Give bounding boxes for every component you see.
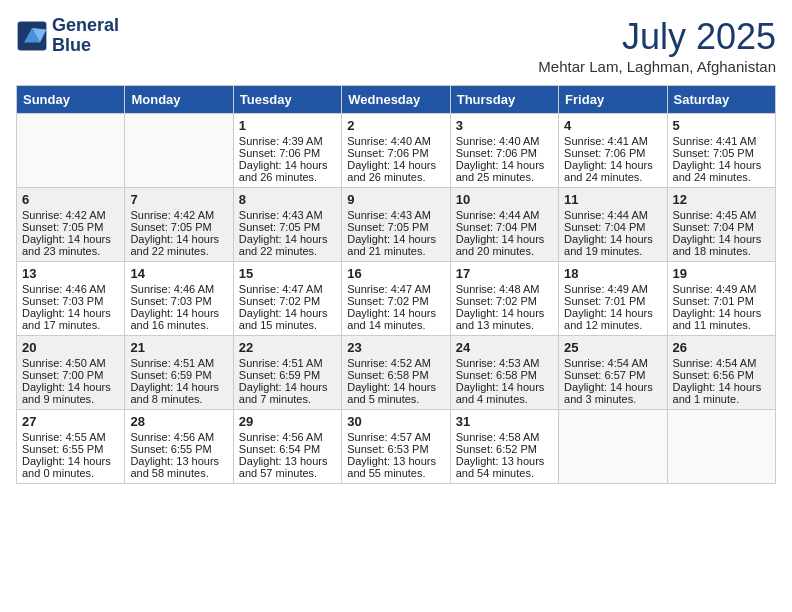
daylight-hours: Daylight: 14 hours and 8 minutes. [130, 381, 227, 405]
sunset-time: Sunset: 7:06 PM [347, 147, 444, 159]
calendar-day-cell: 1Sunrise: 4:39 AMSunset: 7:06 PMDaylight… [233, 114, 341, 188]
calendar-day-cell: 3Sunrise: 4:40 AMSunset: 7:06 PMDaylight… [450, 114, 558, 188]
sunset-time: Sunset: 7:04 PM [456, 221, 553, 233]
title-section: July 2025 Mehtar Lam, Laghman, Afghanist… [538, 16, 776, 75]
sunrise-time: Sunrise: 4:41 AM [564, 135, 661, 147]
sunrise-time: Sunrise: 4:52 AM [347, 357, 444, 369]
daylight-hours: Daylight: 13 hours and 54 minutes. [456, 455, 553, 479]
daylight-hours: Daylight: 14 hours and 22 minutes. [239, 233, 336, 257]
daylight-hours: Daylight: 14 hours and 24 minutes. [564, 159, 661, 183]
location-title: Mehtar Lam, Laghman, Afghanistan [538, 58, 776, 75]
calendar-day-cell: 9Sunrise: 4:43 AMSunset: 7:05 PMDaylight… [342, 188, 450, 262]
calendar-day-cell: 4Sunrise: 4:41 AMSunset: 7:06 PMDaylight… [559, 114, 667, 188]
calendar-day-cell: 20Sunrise: 4:50 AMSunset: 7:00 PMDayligh… [17, 336, 125, 410]
day-number: 15 [239, 266, 336, 281]
daylight-hours: Daylight: 14 hours and 9 minutes. [22, 381, 119, 405]
sunset-time: Sunset: 7:02 PM [239, 295, 336, 307]
day-number: 19 [673, 266, 770, 281]
daylight-hours: Daylight: 13 hours and 57 minutes. [239, 455, 336, 479]
daylight-hours: Daylight: 14 hours and 3 minutes. [564, 381, 661, 405]
logo-line2: Blue [52, 36, 119, 56]
daylight-hours: Daylight: 14 hours and 26 minutes. [239, 159, 336, 183]
daylight-hours: Daylight: 14 hours and 4 minutes. [456, 381, 553, 405]
calendar-day-cell [559, 410, 667, 484]
sunset-time: Sunset: 7:04 PM [564, 221, 661, 233]
sunset-time: Sunset: 7:05 PM [239, 221, 336, 233]
calendar-day-cell: 31Sunrise: 4:58 AMSunset: 6:52 PMDayligh… [450, 410, 558, 484]
sunrise-time: Sunrise: 4:44 AM [456, 209, 553, 221]
sunrise-time: Sunrise: 4:42 AM [22, 209, 119, 221]
sunset-time: Sunset: 7:02 PM [347, 295, 444, 307]
calendar-header-row: SundayMondayTuesdayWednesdayThursdayFrid… [17, 86, 776, 114]
sunrise-time: Sunrise: 4:49 AM [564, 283, 661, 295]
sunrise-time: Sunrise: 4:47 AM [239, 283, 336, 295]
sunrise-time: Sunrise: 4:47 AM [347, 283, 444, 295]
sunrise-time: Sunrise: 4:56 AM [130, 431, 227, 443]
sunset-time: Sunset: 6:58 PM [456, 369, 553, 381]
calendar-day-cell: 12Sunrise: 4:45 AMSunset: 7:04 PMDayligh… [667, 188, 775, 262]
sunrise-time: Sunrise: 4:43 AM [347, 209, 444, 221]
daylight-hours: Daylight: 14 hours and 16 minutes. [130, 307, 227, 331]
logo: General Blue [16, 16, 119, 56]
weekday-header: Sunday [17, 86, 125, 114]
sunset-time: Sunset: 6:56 PM [673, 369, 770, 381]
sunrise-time: Sunrise: 4:55 AM [22, 431, 119, 443]
calendar-day-cell: 18Sunrise: 4:49 AMSunset: 7:01 PMDayligh… [559, 262, 667, 336]
daylight-hours: Daylight: 14 hours and 1 minute. [673, 381, 770, 405]
daylight-hours: Daylight: 14 hours and 20 minutes. [456, 233, 553, 257]
calendar-day-cell: 26Sunrise: 4:54 AMSunset: 6:56 PMDayligh… [667, 336, 775, 410]
day-number: 24 [456, 340, 553, 355]
sunset-time: Sunset: 7:06 PM [564, 147, 661, 159]
sunrise-time: Sunrise: 4:42 AM [130, 209, 227, 221]
calendar-day-cell: 24Sunrise: 4:53 AMSunset: 6:58 PMDayligh… [450, 336, 558, 410]
calendar-day-cell: 17Sunrise: 4:48 AMSunset: 7:02 PMDayligh… [450, 262, 558, 336]
sunset-time: Sunset: 6:55 PM [22, 443, 119, 455]
sunset-time: Sunset: 6:55 PM [130, 443, 227, 455]
sunset-time: Sunset: 7:03 PM [22, 295, 119, 307]
sunset-time: Sunset: 7:03 PM [130, 295, 227, 307]
calendar-week-row: 20Sunrise: 4:50 AMSunset: 7:00 PMDayligh… [17, 336, 776, 410]
day-number: 27 [22, 414, 119, 429]
daylight-hours: Daylight: 14 hours and 14 minutes. [347, 307, 444, 331]
sunset-time: Sunset: 6:59 PM [239, 369, 336, 381]
sunrise-time: Sunrise: 4:54 AM [564, 357, 661, 369]
calendar-day-cell: 14Sunrise: 4:46 AMSunset: 7:03 PMDayligh… [125, 262, 233, 336]
day-number: 3 [456, 118, 553, 133]
daylight-hours: Daylight: 14 hours and 25 minutes. [456, 159, 553, 183]
calendar-week-row: 1Sunrise: 4:39 AMSunset: 7:06 PMDaylight… [17, 114, 776, 188]
sunrise-time: Sunrise: 4:49 AM [673, 283, 770, 295]
calendar-day-cell: 5Sunrise: 4:41 AMSunset: 7:05 PMDaylight… [667, 114, 775, 188]
day-number: 17 [456, 266, 553, 281]
day-number: 2 [347, 118, 444, 133]
calendar-day-cell: 22Sunrise: 4:51 AMSunset: 6:59 PMDayligh… [233, 336, 341, 410]
calendar-week-row: 27Sunrise: 4:55 AMSunset: 6:55 PMDayligh… [17, 410, 776, 484]
calendar-day-cell: 28Sunrise: 4:56 AMSunset: 6:55 PMDayligh… [125, 410, 233, 484]
sunset-time: Sunset: 7:05 PM [673, 147, 770, 159]
calendar-day-cell: 21Sunrise: 4:51 AMSunset: 6:59 PMDayligh… [125, 336, 233, 410]
daylight-hours: Daylight: 14 hours and 19 minutes. [564, 233, 661, 257]
sunrise-time: Sunrise: 4:51 AM [130, 357, 227, 369]
daylight-hours: Daylight: 13 hours and 55 minutes. [347, 455, 444, 479]
sunrise-time: Sunrise: 4:44 AM [564, 209, 661, 221]
day-number: 16 [347, 266, 444, 281]
sunset-time: Sunset: 7:05 PM [130, 221, 227, 233]
calendar-day-cell: 13Sunrise: 4:46 AMSunset: 7:03 PMDayligh… [17, 262, 125, 336]
day-number: 6 [22, 192, 119, 207]
weekday-header: Saturday [667, 86, 775, 114]
weekday-header: Monday [125, 86, 233, 114]
month-title: July 2025 [538, 16, 776, 58]
daylight-hours: Daylight: 14 hours and 17 minutes. [22, 307, 119, 331]
calendar-day-cell: 11Sunrise: 4:44 AMSunset: 7:04 PMDayligh… [559, 188, 667, 262]
logo-line1: General [52, 16, 119, 36]
weekday-header: Wednesday [342, 86, 450, 114]
day-number: 1 [239, 118, 336, 133]
day-number: 4 [564, 118, 661, 133]
calendar-day-cell [17, 114, 125, 188]
sunset-time: Sunset: 6:53 PM [347, 443, 444, 455]
sunrise-time: Sunrise: 4:43 AM [239, 209, 336, 221]
day-number: 5 [673, 118, 770, 133]
sunset-time: Sunset: 7:05 PM [347, 221, 444, 233]
calendar-day-cell: 6Sunrise: 4:42 AMSunset: 7:05 PMDaylight… [17, 188, 125, 262]
sunrise-time: Sunrise: 4:45 AM [673, 209, 770, 221]
day-number: 13 [22, 266, 119, 281]
